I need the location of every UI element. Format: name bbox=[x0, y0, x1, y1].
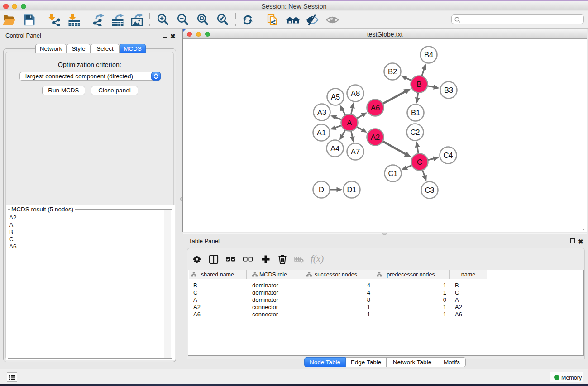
svg-text:B3: B3 bbox=[444, 86, 453, 94]
svg-text:A2: A2 bbox=[371, 133, 380, 141]
svg-text:B4: B4 bbox=[424, 51, 433, 59]
svg-text:B: B bbox=[416, 80, 421, 88]
svg-text:A: A bbox=[347, 119, 352, 127]
svg-text:C2: C2 bbox=[410, 128, 420, 136]
svg-text:A5: A5 bbox=[331, 93, 340, 101]
svg-text:C: C bbox=[417, 158, 422, 166]
svg-text:A6: A6 bbox=[371, 104, 380, 112]
svg-text:A8: A8 bbox=[351, 89, 360, 97]
svg-text:B1: B1 bbox=[411, 109, 420, 117]
svg-text:A1: A1 bbox=[317, 129, 326, 137]
svg-text:C1: C1 bbox=[388, 169, 397, 177]
svg-text:A3: A3 bbox=[317, 108, 326, 116]
svg-text:A7: A7 bbox=[351, 148, 360, 156]
svg-text:C4: C4 bbox=[443, 151, 453, 159]
svg-text:C3: C3 bbox=[425, 186, 434, 194]
svg-text:D1: D1 bbox=[347, 186, 356, 194]
svg-text:A4: A4 bbox=[330, 144, 339, 152]
svg-text:D: D bbox=[319, 186, 324, 194]
svg-text:B2: B2 bbox=[388, 67, 397, 76]
